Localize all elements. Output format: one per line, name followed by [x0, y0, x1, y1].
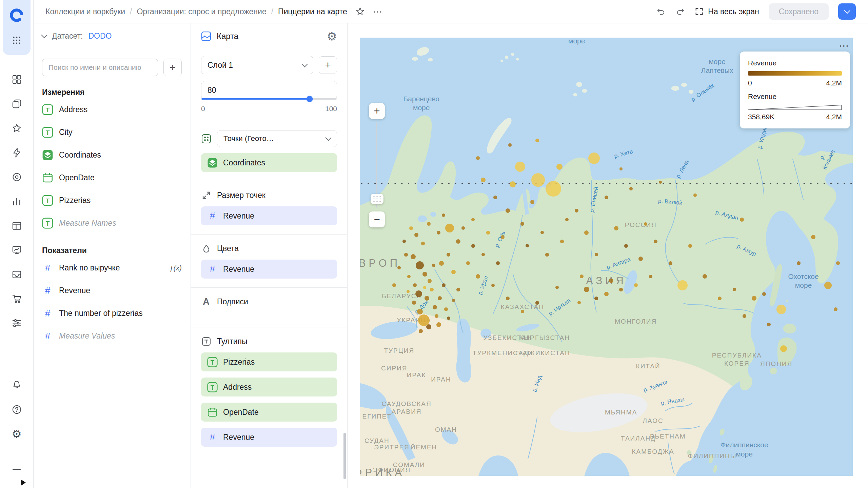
pizzeria-point[interactable] — [614, 226, 618, 230]
pizzeria-point[interactable] — [584, 287, 589, 292]
pizzeria-point[interactable] — [565, 218, 569, 221]
breadcrumb-item[interactable]: Организации: спрос и предложение — [137, 7, 266, 16]
undo-icon[interactable] — [656, 7, 666, 16]
pizzeria-point[interactable] — [439, 261, 444, 266]
apps-grid-icon[interactable] — [9, 33, 24, 48]
add-field-button[interactable]: + — [163, 59, 182, 76]
favorite-star-icon[interactable] — [355, 7, 365, 16]
pizzeria-point[interactable] — [577, 301, 581, 304]
pizzeria-point[interactable] — [421, 242, 425, 245]
zoom-in-button[interactable]: + — [369, 103, 385, 119]
pizzeria-point[interactable] — [545, 253, 549, 257]
pizzeria-point[interactable] — [797, 261, 801, 265]
field-row[interactable]: OpenDate — [33, 166, 191, 189]
pizzeria-point[interactable] — [634, 283, 638, 287]
pizzeria-point[interactable] — [535, 301, 539, 305]
collapse-rail-icon[interactable] — [9, 462, 24, 477]
pizzeria-point[interactable] — [412, 301, 416, 305]
pizzeria-point[interactable] — [456, 288, 460, 291]
pizzeria-point[interactable] — [481, 253, 485, 256]
field-row[interactable]: #Rank по выручкеƒ(x) — [33, 257, 191, 279]
pizzeria-point[interactable] — [437, 231, 440, 235]
pizzeria-point[interactable] — [397, 266, 401, 269]
pizzeria-point[interactable] — [546, 181, 561, 197]
breadcrumb-item[interactable]: Пиццерии на карте — [278, 7, 347, 16]
pizzeria-point[interactable] — [609, 279, 613, 283]
marketplace-cart-icon[interactable] — [9, 291, 24, 306]
pizzeria-point[interactable] — [416, 261, 424, 269]
add-layer-button[interactable]: + — [319, 56, 337, 74]
field-row[interactable]: TMeasure Names — [33, 212, 191, 235]
pizzeria-point[interactable] — [669, 261, 672, 265]
saved-button[interactable]: Сохранено — [769, 3, 829, 20]
pizzeria-point[interactable] — [411, 254, 416, 259]
pizzeria-point[interactable] — [438, 296, 442, 300]
pizzeria-point[interactable] — [644, 222, 647, 226]
pizzeria-point[interactable] — [638, 257, 643, 261]
pizzeria-point[interactable] — [425, 296, 429, 301]
pizzeria-point[interactable] — [491, 284, 495, 287]
presentations-icon[interactable] — [9, 242, 24, 258]
pizzeria-point[interactable] — [414, 233, 418, 237]
pizzeria-point[interactable] — [659, 181, 662, 184]
pizzeria-point[interactable] — [447, 253, 450, 257]
pizzeria-point[interactable] — [619, 288, 623, 291]
opacity-input[interactable]: 80 — [201, 81, 337, 99]
pizzeria-point[interactable] — [444, 307, 448, 311]
pizzeria-point[interactable] — [531, 173, 545, 187]
pizzeria-point[interactable] — [595, 253, 598, 256]
pizzeria-point[interactable] — [733, 288, 736, 291]
pizzeria-point[interactable] — [776, 305, 786, 314]
pizzeria-point[interactable] — [422, 272, 427, 277]
tables-icon[interactable] — [9, 218, 24, 233]
pizzeria-point[interactable] — [605, 196, 608, 199]
pizzeria-point[interactable] — [604, 292, 609, 296]
zoom-out-button[interactable]: − — [369, 211, 385, 227]
dataset-header[interactable]: Датасет: DODO — [33, 23, 191, 49]
field-row[interactable]: TCity — [33, 121, 191, 144]
field-row[interactable]: TAddress — [33, 98, 191, 121]
pizzeria-point[interactable] — [556, 164, 563, 170]
pizzeria-point[interactable] — [520, 222, 524, 226]
pizzeria-point[interactable] — [452, 299, 455, 302]
inbox-icon[interactable] — [9, 266, 24, 282]
settings-sliders-icon[interactable] — [9, 315, 24, 331]
pizzeria-point[interactable] — [780, 345, 787, 352]
config-scrollbar[interactable] — [343, 433, 346, 479]
pizzeria-point[interactable] — [447, 317, 450, 320]
pizzeria-point[interactable] — [824, 282, 832, 289]
pizzeria-point[interactable] — [580, 274, 584, 278]
opacity-slider[interactable] — [201, 98, 337, 100]
help-icon[interactable] — [9, 402, 24, 417]
pizzeria-point[interactable] — [442, 214, 445, 217]
pizzeria-point[interactable] — [515, 162, 525, 172]
pizzeria-point[interactable] — [526, 244, 529, 247]
pizzeria-point[interactable] — [471, 218, 475, 221]
pizzeria-point[interactable] — [407, 275, 411, 278]
pizzeria-point[interactable] — [767, 323, 771, 326]
pizzeria-point[interactable] — [445, 224, 454, 232]
pizzeria-point[interactable] — [762, 292, 766, 296]
pizzeria-point[interactable] — [506, 208, 510, 213]
pizzeria-point[interactable] — [688, 244, 692, 248]
field-row[interactable]: #Measure Values — [33, 325, 191, 347]
connections-zap-icon[interactable] — [9, 145, 24, 160]
field-row[interactable]: TPizzerias — [33, 189, 191, 212]
favorites-star-icon[interactable] — [9, 120, 24, 136]
pizzeria-point[interactable] — [392, 283, 396, 287]
pizzeria-point[interactable] — [540, 231, 544, 234]
pizzeria-point[interactable] — [471, 244, 475, 248]
pizzeria-point[interactable] — [451, 270, 456, 274]
dashboards-icon[interactable] — [9, 72, 24, 87]
pizzeria-point[interactable] — [535, 139, 539, 142]
field-chip[interactable]: Coordinates — [201, 153, 337, 172]
pizzeria-point[interactable] — [407, 290, 410, 293]
datasets-disc-icon[interactable] — [9, 169, 24, 185]
pizzeria-point[interactable] — [508, 143, 512, 147]
pizzeria-point[interactable] — [456, 239, 460, 244]
breadcrumb-item[interactable]: Коллекции и воркбуки — [45, 7, 125, 16]
pizzeria-point[interactable] — [432, 264, 435, 267]
field-chip[interactable]: OpenDate — [201, 403, 337, 422]
opacity-slider-knob[interactable] — [307, 96, 313, 102]
pizzeria-point[interactable] — [836, 261, 840, 265]
